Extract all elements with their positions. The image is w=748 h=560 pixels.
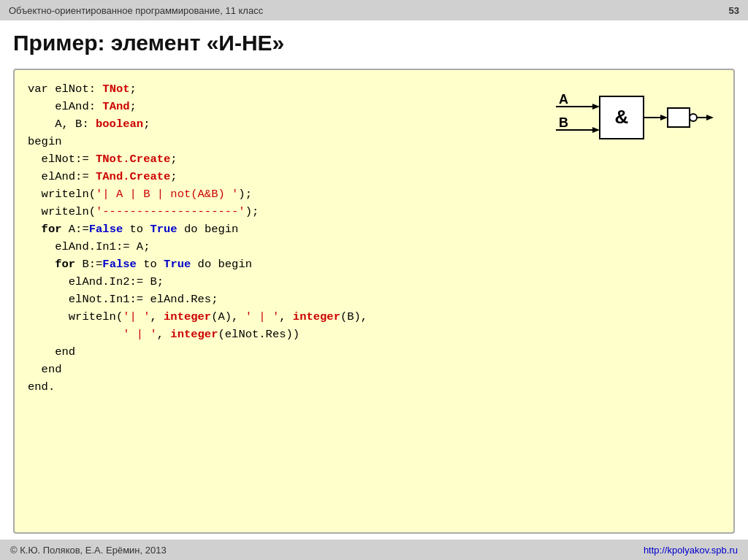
code-line: writeln('| A | B | not(A&B) ');	[28, 185, 545, 203]
page-number: 53	[729, 5, 739, 16]
slide: Объектно-ориентированное программировани…	[0, 0, 748, 560]
code-line: end.	[28, 378, 545, 396]
code-line: elAnd.In1:= A;	[28, 238, 545, 256]
code-line: begin	[28, 133, 545, 150]
code-line: ' | ', integer(elNot.Res))	[28, 326, 545, 343]
code-with-diagram: var elNot: TNot; elAnd: TAnd; A, B: bool…	[28, 80, 720, 396]
svg-marker-1	[592, 104, 600, 110]
svg-marker-13	[706, 115, 714, 120]
code-line: elNot:= TNot.Create;	[28, 150, 545, 168]
code-line: for A:=False to True do begin	[28, 220, 545, 238]
svg-point-11	[690, 114, 697, 121]
svg-marker-3	[592, 127, 600, 133]
slide-title: Пример: элемент «И-НЕ»	[0, 20, 748, 63]
svg-marker-9	[660, 115, 668, 120]
code-box: var elNot: TNot; elAnd: TAnd; A, B: bool…	[13, 69, 735, 534]
code-line: A, B: boolean;	[28, 115, 545, 133]
content-area: var elNot: TNot; elAnd: TAnd; A, B: bool…	[0, 63, 748, 540]
svg-text:&: &	[615, 106, 629, 128]
svg-rect-10	[668, 108, 690, 127]
top-bar: Объектно-ориентированное программировани…	[0, 0, 748, 20]
code-line: writeln('| ', integer(A), ' | ', integer…	[28, 308, 545, 326]
code-line: elAnd:= TAnd.Create;	[28, 168, 545, 185]
code-line: end	[28, 343, 545, 361]
code-line: end	[28, 361, 545, 378]
code-line: var elNot: TNot;	[28, 80, 545, 98]
logic-diagram: A B &	[556, 86, 702, 159]
bottom-bar: © К.Ю. Поляков, Е.А. Ерёмин, 2013 http:/…	[0, 540, 748, 560]
diagram-area: A B &	[545, 80, 720, 159]
code-line: elAnd: TAnd;	[28, 98, 545, 115]
svg-text:A: A	[559, 92, 568, 107]
code-line: elNot.In1:= elAnd.Res;	[28, 291, 545, 308]
code-line: elAnd.In2:= B;	[28, 273, 545, 291]
copyright: © К.Ю. Поляков, Е.А. Ерёмин, 2013	[10, 545, 167, 556]
website: http://kpolyakov.spb.ru	[644, 545, 738, 556]
code-line: for B:=False to True do begin	[28, 256, 545, 273]
code-left: var elNot: TNot; elAnd: TAnd; A, B: bool…	[28, 80, 545, 396]
code-line: writeln('--------------------');	[28, 203, 545, 220]
top-bar-title: Объектно-ориентированное программировани…	[9, 5, 263, 16]
svg-text:B: B	[559, 115, 568, 130]
